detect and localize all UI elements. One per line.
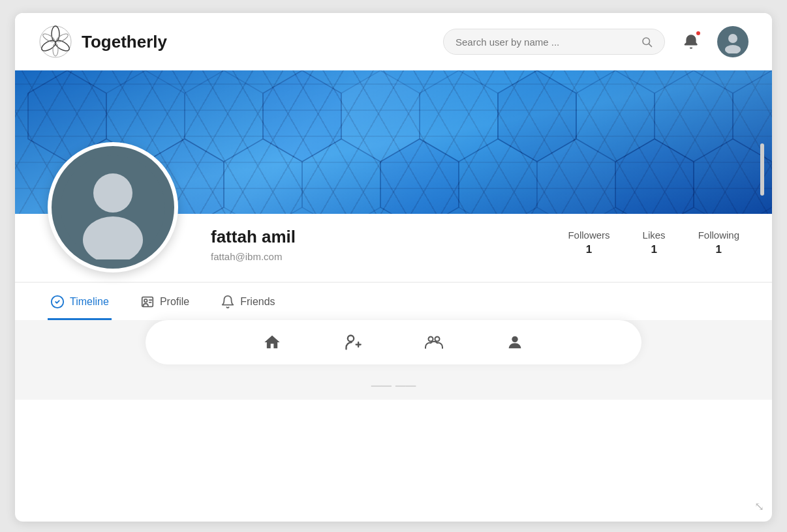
resize-handle[interactable]: ⤡ (754, 499, 764, 514)
profile-stats: Followers 1 Likes 1 Following 1 (568, 227, 739, 256)
content-area (15, 320, 772, 372)
main-container: Togetherly (15, 13, 772, 522)
friends-bell-icon (221, 295, 235, 309)
followers-stat: Followers 1 (568, 229, 610, 256)
bottom-nav-wrap (15, 320, 772, 372)
avatar-silhouette (61, 155, 165, 259)
likes-count: 1 (651, 243, 656, 256)
add-friend-icon (344, 333, 362, 351)
svg-line-8 (649, 44, 651, 46)
timeline-check-icon (50, 295, 65, 309)
bottom-nav (146, 320, 641, 364)
logo-icon (39, 25, 72, 59)
header: Togetherly (15, 13, 772, 70)
svg-point-40 (93, 173, 132, 213)
tab-profile-label: Profile (160, 296, 189, 308)
tab-friends-label: Friends (240, 296, 275, 308)
tab-friends[interactable]: Friends (218, 283, 277, 320)
account-icon (506, 333, 524, 351)
drag-handle-lines: ── ── (371, 377, 416, 394)
nav-home-button[interactable] (258, 328, 286, 357)
home-icon (263, 333, 281, 351)
group-icon (424, 333, 444, 351)
svg-point-51 (435, 337, 440, 342)
tab-timeline[interactable]: Timeline (48, 283, 112, 320)
svg-point-9 (728, 34, 737, 43)
likes-label: Likes (643, 229, 666, 241)
search-icon (641, 36, 653, 48)
profile-card-icon (140, 295, 155, 309)
notification-button[interactable] (677, 27, 705, 56)
svg-point-1 (52, 26, 59, 42)
following-count: 1 (716, 243, 722, 256)
notification-badge (695, 30, 702, 37)
header-right (443, 26, 748, 57)
profile-name-block: fattah amil fattah@ibm.com (211, 227, 529, 262)
drag-handle: ── ── (15, 372, 772, 400)
search-input[interactable] (455, 37, 634, 48)
svg-point-50 (429, 337, 433, 342)
nav-account-button[interactable] (501, 328, 529, 357)
user-silhouette-header (721, 30, 745, 53)
followers-count: 1 (586, 243, 592, 256)
profile-tabs: Timeline Profile Friends (15, 282, 772, 320)
svg-point-44 (144, 299, 147, 303)
nav-group-button[interactable] (420, 328, 448, 357)
svg-point-10 (725, 45, 741, 53)
app-title: Togetherly (82, 32, 167, 52)
user-avatar-header[interactable] (717, 26, 748, 57)
scrollbar-handle[interactable] (760, 143, 764, 196)
search-bar[interactable] (443, 29, 665, 55)
profile-section: fattah amil fattah@ibm.com Followers 1 L… (15, 214, 772, 282)
logo-area: Togetherly (39, 25, 167, 59)
following-label: Following (698, 229, 739, 241)
likes-stat: Likes 1 (643, 229, 666, 256)
following-stat: Following 1 (698, 229, 739, 256)
profile-email: fattah@ibm.com (211, 251, 529, 262)
svg-point-52 (512, 336, 517, 342)
tab-timeline-label: Timeline (70, 296, 109, 308)
tab-profile[interactable]: Profile (138, 283, 192, 320)
nav-add-friend-button[interactable] (339, 328, 367, 357)
followers-label: Followers (568, 229, 610, 241)
profile-name: fattah amil (211, 227, 529, 247)
svg-point-47 (348, 336, 354, 342)
profile-avatar-wrap (48, 142, 178, 273)
profile-avatar (48, 142, 178, 273)
